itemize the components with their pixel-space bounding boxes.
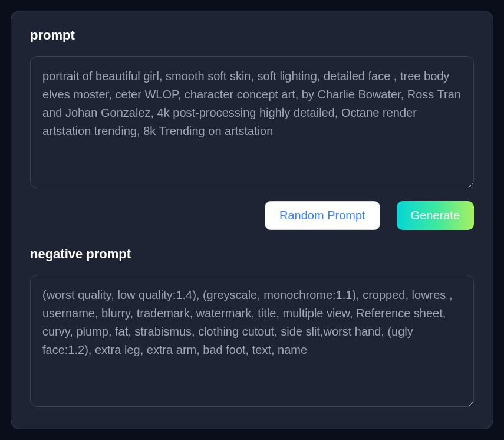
negative-prompt-label: negative prompt [30,247,474,262]
prompt-label: prompt [30,28,474,43]
prompt-panel: prompt Random Prompt Generate negative p… [11,11,493,429]
prompt-textarea[interactable] [30,56,474,188]
prompt-section: prompt Random Prompt Generate [30,28,474,230]
generate-button[interactable]: Generate [397,201,474,230]
button-row: Random Prompt Generate [30,201,474,230]
negative-prompt-section: negative prompt [30,247,474,409]
random-prompt-button[interactable]: Random Prompt [265,201,380,230]
negative-prompt-textarea[interactable] [30,275,474,407]
